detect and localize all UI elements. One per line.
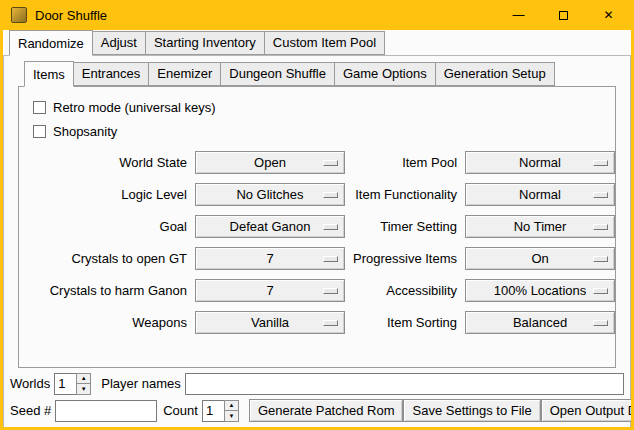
outer-tab-bar: Randomize Adjust Starting Inventory Cust…: [3, 30, 631, 55]
spinner-down-icon[interactable]: ▼: [76, 384, 91, 395]
dropdown-value: 7: [266, 284, 273, 297]
titlebar[interactable]: Door Shuffle — ✕: [3, 0, 631, 30]
item-sorting-dropdown[interactable]: Balanced: [465, 311, 615, 334]
bottom-bar: Worlds ▲ ▼ Player names Seed #: [4, 368, 630, 427]
crystals-open-gt-dropdown[interactable]: 7: [195, 247, 345, 270]
goal-dropdown[interactable]: Defeat Ganon: [195, 215, 345, 238]
tab-generation-setup[interactable]: Generation Setup: [435, 62, 555, 86]
app-icon: [11, 7, 27, 23]
dropdown-value: Normal: [519, 156, 561, 169]
tab-game-options[interactable]: Game Options: [334, 62, 436, 86]
dropdown-value: Balanced: [513, 316, 567, 329]
randomize-tab-panel: Items Entrances Enemizer Dungeon Shuffle…: [3, 55, 631, 427]
tab-starting-inventory[interactable]: Starting Inventory: [145, 31, 265, 55]
progressive-items-label: Progressive Items: [353, 251, 457, 266]
item-sorting-label: Item Sorting: [353, 315, 457, 330]
maximize-button[interactable]: [541, 0, 586, 30]
item-pool-label: Item Pool: [353, 155, 457, 170]
dropdown-value: Defeat Ganon: [230, 220, 311, 233]
count-spinner-buttons: ▲ ▼: [224, 400, 239, 422]
weapons-label: Weapons: [29, 315, 187, 330]
generate-patched-rom-button[interactable]: Generate Patched Rom: [249, 399, 404, 422]
player-names-input[interactable]: [185, 373, 624, 395]
world-state-dropdown[interactable]: Open: [195, 151, 345, 174]
client-area: Randomize Adjust Starting Inventory Cust…: [3, 30, 631, 427]
outer-notebook: Randomize Adjust Starting Inventory Cust…: [3, 30, 631, 427]
tab-dungeon-shuffle[interactable]: Dungeon Shuffle: [220, 62, 335, 86]
minimize-button[interactable]: —: [496, 0, 541, 30]
seed-input[interactable]: [55, 400, 157, 422]
count-label: Count: [163, 403, 198, 418]
player-names-label: Player names: [101, 376, 180, 391]
tab-custom-item-pool[interactable]: Custom Item Pool: [264, 31, 385, 55]
dropdown-indicator-icon: [323, 192, 338, 198]
tab-enemizer[interactable]: Enemizer: [148, 62, 221, 86]
close-icon: ✕: [603, 8, 613, 22]
minimize-icon: —: [513, 8, 525, 22]
crystals-open-gt-label: Crystals to open GT: [29, 251, 187, 266]
window-title: Door Shuffle: [35, 8, 107, 23]
accessibility-dropdown[interactable]: 100% Locations: [465, 279, 615, 302]
tab-adjust[interactable]: Adjust: [92, 31, 146, 55]
tab-entrances[interactable]: Entrances: [73, 62, 150, 86]
open-output-directory-button[interactable]: Open Output Directory: [541, 399, 631, 422]
worlds-spinner-buttons: ▲ ▼: [76, 373, 91, 395]
retro-mode-row: Retro mode (universal keys): [29, 95, 605, 119]
timer-setting-dropdown[interactable]: No Timer: [465, 215, 615, 238]
dropdown-indicator-icon: [323, 224, 338, 230]
dropdown-indicator-icon: [593, 320, 608, 326]
worlds-row: Worlds ▲ ▼ Player names: [10, 372, 624, 395]
dropdown-value: No Glitches: [236, 188, 303, 201]
crystals-harm-ganon-dropdown[interactable]: 7: [195, 279, 345, 302]
dropdown-value: Open: [254, 156, 286, 169]
dropdown-value: No Timer: [514, 220, 567, 233]
timer-setting-label: Timer Setting: [353, 219, 457, 234]
worlds-input[interactable]: [54, 373, 76, 395]
dropdown-indicator-icon: [593, 224, 608, 230]
tab-items[interactable]: Items: [24, 61, 74, 87]
options-grid: World State Open Item Pool Normal Logic …: [29, 151, 605, 334]
crystals-harm-ganon-label: Crystals to harm Ganon: [29, 283, 187, 298]
spinner-up-icon[interactable]: ▲: [224, 400, 239, 412]
dropdown-indicator-icon: [323, 160, 338, 166]
save-settings-button[interactable]: Save Settings to File: [403, 399, 540, 422]
accessibility-label: Accessibility: [353, 283, 457, 298]
inner-tab-bar: Items Entrances Enemizer Dungeon Shuffle…: [18, 61, 616, 86]
item-pool-dropdown[interactable]: Normal: [465, 151, 615, 174]
count-input[interactable]: [202, 400, 224, 422]
item-functionality-label: Item Functionality: [353, 187, 457, 202]
inner-notebook: Items Entrances Enemizer Dungeon Shuffle…: [18, 61, 616, 368]
spinner-down-icon[interactable]: ▼: [224, 411, 239, 422]
spinner-up-icon[interactable]: ▲: [76, 373, 91, 385]
worlds-spinner: ▲ ▼: [54, 373, 91, 395]
retro-mode-label: Retro mode (universal keys): [53, 100, 216, 115]
dropdown-indicator-icon: [323, 256, 338, 262]
weapons-dropdown[interactable]: Vanilla: [195, 311, 345, 334]
dropdown-indicator-icon: [593, 192, 608, 198]
close-button[interactable]: ✕: [586, 0, 631, 30]
count-spinner: ▲ ▼: [202, 400, 239, 422]
dropdown-indicator-icon: [323, 320, 338, 326]
dropdown-value: On: [531, 252, 548, 265]
goal-label: Goal: [29, 219, 187, 234]
dropdown-indicator-icon: [323, 288, 338, 294]
dropdown-value: 7: [266, 252, 273, 265]
dropdown-indicator-icon: [593, 288, 608, 294]
items-tab-panel: Retro mode (universal keys) Shopsanity W…: [18, 86, 616, 368]
shopsanity-label: Shopsanity: [53, 124, 117, 139]
tab-randomize[interactable]: Randomize: [9, 30, 93, 56]
progressive-items-dropdown[interactable]: On: [465, 247, 615, 270]
window-controls: — ✕: [496, 0, 631, 30]
maximize-icon: [559, 11, 568, 20]
retro-mode-checkbox[interactable]: [33, 101, 46, 114]
shopsanity-checkbox[interactable]: [33, 125, 46, 138]
item-functionality-dropdown[interactable]: Normal: [465, 183, 615, 206]
window: Door Shuffle — ✕ Randomize Adjust Starti…: [0, 0, 634, 430]
shopsanity-row: Shopsanity: [29, 119, 605, 143]
logic-level-dropdown[interactable]: No Glitches: [195, 183, 345, 206]
dropdown-value: Vanilla: [251, 316, 289, 329]
dropdown-indicator-icon: [593, 160, 608, 166]
worlds-label: Worlds: [10, 376, 50, 391]
dropdown-indicator-icon: [593, 256, 608, 262]
seed-label: Seed #: [10, 403, 51, 418]
